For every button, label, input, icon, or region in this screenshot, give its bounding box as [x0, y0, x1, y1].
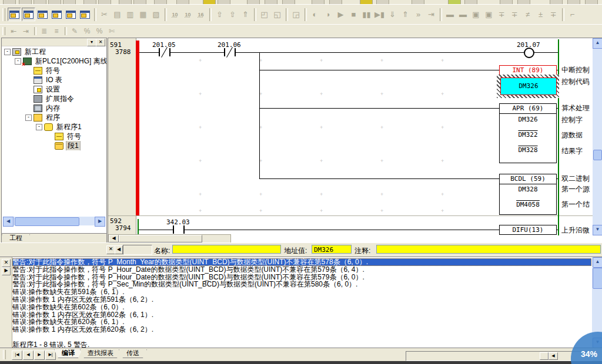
tree-item[interactable]: 符号: [2, 132, 106, 141]
scroll-up-icon[interactable]: ▲: [593, 38, 602, 49]
compile-message[interactable]: 错误:操作数 1 内存区无效在第591条（6, 2）.: [12, 296, 591, 304]
toolbar-grip[interactable]: [3, 350, 6, 359]
tree-expander-icon[interactable]: -: [15, 58, 21, 65]
compile-message[interactable]: 错误:操作数 1 内存区无效在第620条（6, 2）.: [12, 326, 591, 333]
selected-operand[interactable]: DM326: [500, 77, 557, 95]
next-reference-icon[interactable]: ▶: [2, 267, 11, 275]
first-message[interactable]: |◀: [12, 350, 22, 360]
t-branch-1[interactable]: ∓: [496, 8, 508, 21]
scrollbar-thumb[interactable]: [119, 235, 202, 242]
operand[interactable]: DM326: [500, 116, 556, 123]
compile-message[interactable]: [12, 333, 591, 341]
operand[interactable]: DM322: [500, 131, 556, 139]
watch-window[interactable]: [36, 8, 49, 21]
tab-project[interactable]: 工程: [2, 234, 30, 243]
tree-item[interactable]: - 新工程: [2, 47, 106, 56]
toolbar-grip[interactable]: [2, 27, 5, 35]
nc-contact[interactable]: [159, 48, 170, 57]
scroll-right-icon[interactable]: ▶: [95, 217, 105, 227]
monitor-mode[interactable]: ◑: [322, 8, 334, 21]
t-branch-3[interactable]: ≠: [521, 8, 534, 21]
nc-contact[interactable]: [224, 48, 236, 57]
operand[interactable]: DM328: [500, 186, 556, 193]
operand[interactable]: DM328: [500, 146, 556, 154]
monitor-box-2[interactable]: ▬: [457, 8, 469, 21]
radix-signed-decimal[interactable]: 10: [182, 8, 194, 21]
next-message[interactable]: ▶: [34, 350, 45, 360]
compile-check[interactable]: ✂: [98, 8, 111, 21]
scrollbar-thumb[interactable]: [593, 150, 602, 160]
force-off[interactable]: %: [93, 26, 105, 36]
ladder-vertical-scrollbar[interactable]: ▲ ▼: [593, 38, 602, 235]
monitor-box-4[interactable]: ▣: [483, 8, 495, 21]
show-rung-compact[interactable]: ≡: [51, 26, 62, 36]
scroll-left-icon[interactable]: ◀: [549, 352, 558, 360]
step-into[interactable]: ⇓: [386, 8, 399, 21]
program-check-options[interactable]: ▤: [111, 8, 123, 21]
section-list[interactable]: ▥: [124, 8, 136, 21]
scrollbar-thumb[interactable]: [540, 352, 549, 360]
scrollbar-thumb[interactable]: [15, 217, 79, 226]
bottom-horizontal-scrollbar[interactable]: ◀: [406, 351, 593, 361]
work-online[interactable]: ◐: [309, 8, 321, 21]
show-properties[interactable]: [78, 8, 92, 21]
t-branch-5[interactable]: ∓: [547, 8, 560, 21]
upload-partial[interactable]: ⇧: [226, 8, 239, 21]
corner-draw[interactable]: ⌐: [566, 8, 578, 21]
indent-right[interactable]: ⇥: [20, 26, 32, 36]
t-branch-2[interactable]: ∓: [509, 8, 521, 21]
pause-mode[interactable]: ▮▮: [360, 8, 373, 21]
radix-decimal[interactable]: 10: [169, 8, 181, 21]
toolbar-grip[interactable]: [2, 8, 5, 21]
scroll-up-icon[interactable]: ▲: [593, 257, 602, 268]
bcdl-instruction[interactable]: BCDL (59) DM328 DM4058: [499, 174, 557, 215]
differentiate-monitor[interactable]: ✎: [69, 26, 81, 36]
output-tab[interactable]: 查找报表: [80, 349, 121, 358]
monitor-box-3[interactable]: ▣: [470, 8, 482, 21]
close-icon[interactable]: ✕: [106, 245, 115, 254]
tree-horizontal-scrollbar[interactable]: ◀ ▶: [3, 217, 105, 225]
tree-expander-icon[interactable]: -: [36, 124, 42, 130]
transfer-to-plc[interactable]: ◰: [258, 8, 270, 21]
tree-item[interactable]: 符号: [2, 66, 106, 75]
tree-item[interactable]: 段1: [2, 141, 106, 150]
run-to-cursor[interactable]: ⇥: [425, 8, 437, 21]
continuous-step[interactable]: »: [412, 8, 424, 21]
output-coil[interactable]: [524, 48, 534, 58]
compare-with-plc[interactable]: ◲: [290, 8, 302, 21]
step-run[interactable]: ▶▮: [373, 8, 386, 21]
operand[interactable]: DM4058: [500, 201, 556, 208]
show-rung-detail[interactable]: ≣: [38, 26, 50, 36]
cross-reference-report[interactable]: [50, 8, 63, 21]
stop-mode[interactable]: ■: [347, 8, 360, 21]
chevron-down-icon[interactable]: ▾: [87, 39, 96, 46]
name-field[interactable]: [172, 245, 281, 254]
previous-message[interactable]: ◀: [23, 350, 34, 360]
output-tab[interactable]: 编译: [54, 349, 82, 358]
tree-item[interactable]: - 新程序1: [2, 122, 106, 132]
radix-hexadecimal[interactable]: 16: [195, 8, 207, 21]
compile-message[interactable]: 警告:对于此指令操作数，符号 P_Hour_Date的数据类型(UINT_BCD…: [12, 266, 591, 274]
scroll-down-icon[interactable]: ▼: [593, 225, 602, 235]
indent-left[interactable]: ⇤: [8, 26, 19, 36]
force-on[interactable]: %: [81, 26, 93, 36]
compile-message[interactable]: 错误:操作数缺失在第602条（6, 0）.: [12, 304, 591, 311]
tree-item[interactable]: 内存: [2, 103, 106, 113]
ladder-horizontal-scrollbar[interactable]: ◀: [108, 234, 231, 243]
no-contact[interactable]: [173, 225, 185, 234]
transfer-from-plc[interactable]: ◱: [271, 8, 283, 21]
upload[interactable]: ⇧: [213, 8, 226, 21]
scroll-left-icon[interactable]: ◀: [109, 235, 119, 242]
scrollbar-thumb[interactable]: [593, 268, 602, 289]
tree-expander-icon[interactable]: -: [4, 49, 11, 55]
scroll-left-icon[interactable]: ◀: [3, 217, 14, 227]
monitor-box-1[interactable]: ▬: [444, 8, 456, 21]
toggle-output-window[interactable]: [22, 8, 35, 21]
force-cancel[interactable]: ✄: [106, 26, 118, 36]
t-branch-4[interactable]: ±: [534, 8, 547, 21]
tree-expander-icon[interactable]: -: [25, 114, 32, 121]
tree-item[interactable]: 扩展指令: [2, 94, 106, 103]
close-icon[interactable]: ✕: [96, 39, 105, 46]
back-arrow-icon[interactable]: ◀: [115, 245, 123, 254]
close-icon[interactable]: ✕: [2, 259, 11, 267]
